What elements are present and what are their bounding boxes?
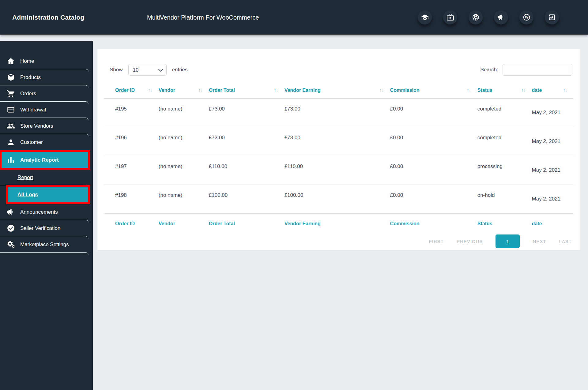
box-icon [7,73,15,81]
sidebar-item-report[interactable]: Report [0,170,93,185]
table-header-row: Order ID↑↓ Vendor↑↓ Order Total↑↓ Vendor… [104,85,574,99]
cell-date: May 2, 2021 [532,99,574,127]
cell-order-id: #198 [104,185,159,214]
brand-title: Administration Catalog [12,14,84,21]
pagination-last[interactable]: LAST [559,239,572,244]
sort-icon: ↑↓ [521,87,525,93]
column-header-vendor[interactable]: Vendor↑↓ [159,85,209,99]
sidebar-item-all-logs[interactable]: All Logs [6,185,90,204]
column-header-commission[interactable]: Commission↑↓ [390,85,477,99]
sidebar-item-label: Report [17,174,33,181]
sidebar-item-products[interactable]: Products [0,69,93,85]
column-header-status[interactable]: Status↑↓ [477,85,532,99]
sidebar-item-customer[interactable]: Customer [0,134,93,150]
sidebar-item-announcements[interactable]: Announcements [0,204,93,220]
education-icon[interactable] [418,10,432,24]
sort-icon: ↑↓ [148,87,152,93]
entries-label: entries [172,67,188,73]
footer-column-commission: Commission [390,214,477,230]
sidebar-item-label: Announcements [20,209,58,215]
users-icon [7,122,15,130]
svg-text:W: W [524,15,529,20]
bar-chart-icon [7,156,15,164]
pagination-next[interactable]: NEXT [533,239,546,244]
sidebar-item-home[interactable]: Home [0,53,93,69]
sort-icon: ↑↓ [274,87,278,93]
column-header-date[interactable]: date↑↓ [532,85,574,99]
sort-icon: ↑↓ [379,87,383,93]
footer-column-date: date [532,214,574,230]
sidebar-item-label: Analytic Report [20,157,59,163]
sidebar-item-marketplace-settings[interactable]: Marketplace Settings [0,236,93,253]
page-length-select-wrap: 10 [128,64,167,76]
column-header-vendor-earning[interactable]: Vendor Earning↑↓ [285,85,390,99]
sidebar-item-orders[interactable]: Orders [0,85,93,102]
main-area: Show 10 entries Search: [93,35,588,390]
sidebar-item-label: Orders [20,91,36,97]
sidebar: Home Products Orders Withdrawal Store Ve… [0,41,93,390]
table-row: #198 (no name) £100.00 £100.00 £0.00 on-… [104,185,574,214]
cell-vendor: (no name) [159,185,209,214]
cell-status: completed [477,99,532,127]
sidebar-item-label: Home [20,58,34,64]
cell-order-total: £100.00 [209,185,285,214]
cell-status: on-hold [477,185,532,214]
live-tv-icon[interactable] [443,10,457,24]
credit-card-icon [7,106,15,114]
cell-vendor-earning: £73.00 [285,99,390,127]
megaphone-icon[interactable] [494,10,508,24]
pagination-first[interactable]: FIRST [429,239,444,244]
search-input[interactable] [503,64,572,76]
cell-date: May 2, 2021 [532,127,574,156]
search-control: Search: [480,64,572,76]
cell-order-id: #197 [104,156,159,185]
soccer-ball-icon[interactable] [469,10,483,24]
page-length-select[interactable]: 10 [128,64,167,76]
sidebar-item-label: Products [20,74,41,81]
exit-icon[interactable] [545,10,559,24]
sidebar-item-label: Withdrawal [20,107,46,113]
sort-icon: ↑↓ [563,87,567,93]
cell-status: completed [477,127,532,156]
cell-status: processing [477,156,532,185]
pagination-previous[interactable]: PREVIOUS [457,239,483,244]
pagination-current-page[interactable]: 1 [496,234,520,248]
page-title: MultiVendor Platform For WooCommerce [147,14,259,21]
cell-order-total: £73.00 [209,127,285,156]
wordpress-icon[interactable]: W [519,10,533,24]
sort-icon: ↑↓ [467,87,471,93]
footer-column-order-id: Order ID [104,214,159,230]
table-footer-header-row: Order ID Vendor Order Total Vendor Earni… [104,214,574,230]
sort-icon: ↑↓ [198,87,202,93]
sidebar-item-seller-verification[interactable]: Seller Verification [0,220,93,236]
orders-log-table: Order ID↑↓ Vendor↑↓ Order Total↑↓ Vendor… [104,85,574,230]
footer-column-order-total: Order Total [209,214,285,230]
sidebar-item-label: Marketplace Settings [20,242,69,248]
table-row: #196 (no name) £73.00 £73.00 £0.00 compl… [104,127,574,156]
home-icon [7,57,15,65]
cell-vendor: (no name) [159,99,209,127]
cell-order-total: £73.00 [209,99,285,127]
page-length-control: Show 10 entries [110,64,188,76]
cell-vendor-earning: £73.00 [285,127,390,156]
table-row: #197 (no name) £110.00 £110.00 £0.00 pro… [104,156,574,185]
column-header-order-total[interactable]: Order Total↑↓ [209,85,285,99]
search-label: Search: [480,67,498,73]
sidebar-item-label: Store Vendors [20,123,53,129]
cart-icon [7,89,15,98]
sidebar-item-withdrawal[interactable]: Withdrawal [0,102,93,118]
column-header-order-id[interactable]: Order ID↑↓ [104,85,159,99]
cell-commission: £0.00 [390,185,477,214]
cell-order-total: £110.00 [209,156,285,185]
sidebar-item-store-vendors[interactable]: Store Vendors [0,118,93,134]
pagination: FIRST PREVIOUS 1 NEXT LAST [104,234,572,248]
table-row: #195 (no name) £73.00 £73.00 £0.00 compl… [104,99,574,127]
footer-column-status: Status [477,214,532,230]
sidebar-item-analytic-report[interactable]: Analytic Report [0,150,90,170]
megaphone-icon [7,208,15,216]
sidebar-item-label: Seller Verification [20,225,60,231]
footer-column-vendor: Vendor [159,214,209,230]
sidebar-item-label: Customer [20,139,43,145]
cell-vendor: (no name) [159,127,209,156]
cell-vendor-earning: £100.00 [285,185,390,214]
